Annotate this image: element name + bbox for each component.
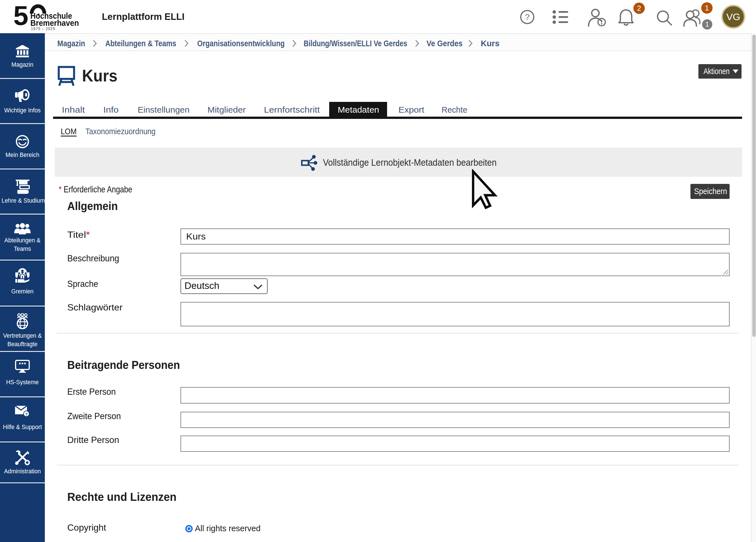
svg-text:?: ? <box>25 412 28 417</box>
svg-text:?: ? <box>525 12 530 22</box>
